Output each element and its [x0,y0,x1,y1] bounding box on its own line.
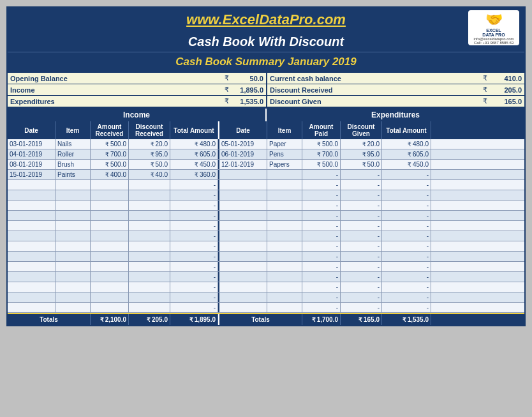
totals-exp-amount: ₹1,700.0 [302,314,341,325]
table-row: ---- [8,231,524,241]
table-row: 08-01-2019Brush₹500.0₹50.0₹450.012-01-20… [8,160,524,170]
table-row: ---- [8,190,524,201]
totals-label-r: Totals [219,314,302,325]
cash-balance-value: 410.0 [490,75,522,82]
subtitle: Cash Book Summary January 2019 [175,56,356,68]
summary-row-income: Income ₹ 1,895.0 [8,84,266,96]
logo-brand: EXCELDATA PRO [482,28,505,37]
section-headers: Income Expenditures [8,109,524,121]
col-header-discount-given: Discount Given [341,121,382,139]
table-row: ---- [8,180,524,190]
summary-section: Opening Balance ₹ 50.0 Income ₹ 1,895.0 … [8,72,524,107]
table-row: ---- [8,221,524,231]
summary-row-disc-given: Discount Given ₹ 165.0 [266,96,524,107]
rupee-sym: ₹ [483,86,487,94]
col-header-amount-received: Amount Received [91,121,129,139]
col-header-amount-paid: Amount Paid [302,121,341,139]
table-row: 04-01-2019Roller₹700.0₹95.0₹605.006-01-2… [8,149,524,160]
title-bar: Cash Book With Discount [8,32,524,52]
totals-income-total: ₹1,895.0 [170,314,218,325]
totals-exp-discount: ₹165.0 [341,314,382,325]
col-header-item-r: Item [267,121,302,139]
col-header-date-r: Date [219,121,267,139]
subtitle-bar: Cash Book Summary January 2019 [8,52,524,72]
disc-given-label: Discount Given [270,98,483,105]
opening-balance-label: Opening Balance [10,75,225,82]
income-value: 1,895.0 [232,86,263,94]
logo-area: 🤝 EXCELDATA PRO info@exceldatapro.com Ca… [468,10,519,45]
totals-income-amount: ₹2,100.0 [91,314,129,325]
table-section: Income Expenditures Date Item Amount Rec… [8,107,524,325]
summary-right: Current cash balance ₹ 410.0 Discount Re… [266,73,524,107]
summary-row-expenditures: Expenditures ₹ 1,535.0 [8,96,266,107]
col-header-total-r: Total Amount [382,121,431,139]
table-row: ---- [8,211,524,221]
data-rows: 03-01-2019Nails₹500.0₹20.0₹480.005-01-20… [8,139,524,313]
handshake-icon: 🤝 [485,11,503,28]
disc-recv-value: 205.0 [490,86,522,94]
col-header-date-l: Date [8,121,55,139]
table-row: 03-01-2019Nails₹500.0₹20.0₹480.005-01-20… [8,139,524,149]
income-label: Income [10,86,225,94]
table-row: ---- [8,282,524,292]
header-top: www.ExcelDataPro.com 🤝 EXCELDATA PRO inf… [8,8,524,32]
expenditure-section-header: Expenditures [267,109,524,121]
rupee-sym: ₹ [483,97,487,105]
rupee-sym: ₹ [225,86,229,94]
rupee-sym: ₹ [483,74,487,82]
col-header-total-l: Total Amount [170,121,218,139]
summary-row-disc-recv: Discount Received ₹ 205.0 [266,84,524,96]
disc-recv-label: Discount Received [270,86,483,94]
col-header-item-l: Item [55,121,91,139]
main-title: Cash Book With Discount [188,34,344,49]
table-row: ---- [8,241,524,252]
totals-income-discount: ₹205.0 [129,314,170,325]
main-container: www.ExcelDataPro.com 🤝 EXCELDATA PRO inf… [6,6,526,326]
site-url: www.ExcelDataPro.com [186,11,346,27]
rupee-sym: ₹ [225,97,229,105]
table-row: ---- [8,262,524,272]
expenditures-value: 1,535.0 [232,98,263,105]
totals-label-l: Totals [8,314,91,325]
table-row: ---- [8,292,524,303]
opening-balance-value: 50.0 [232,75,263,82]
summary-left: Opening Balance ₹ 50.0 Income ₹ 1,895.0 … [8,73,266,107]
disc-given-value: 165.0 [490,98,522,105]
income-section-header: Income [8,109,267,121]
logo-contact2: Call: +91 9687 8585 63 [474,41,514,45]
summary-row-cash: Current cash balance ₹ 410.0 [266,73,524,84]
table-row: 15-01-2019Paints₹400.0₹40.0₹360.0--- [8,170,524,180]
expenditures-label: Expenditures [10,98,225,105]
totals-exp-total: ₹1,535.0 [382,314,431,325]
table-row: ---- [8,201,524,211]
column-headers: Date Item Amount Received Discount Recei… [8,121,524,139]
summary-row-opening: Opening Balance ₹ 50.0 [8,73,266,84]
col-header-discount-received: Discount Received [129,121,170,139]
table-row: ---- [8,252,524,262]
cash-balance-label: Current cash balance [270,75,483,82]
rupee-sym: ₹ [225,74,229,82]
table-row: ---- [8,303,524,313]
totals-row: Totals ₹2,100.0 ₹205.0 ₹1,895.0 Totals ₹… [8,313,524,325]
table-row: ---- [8,272,524,282]
